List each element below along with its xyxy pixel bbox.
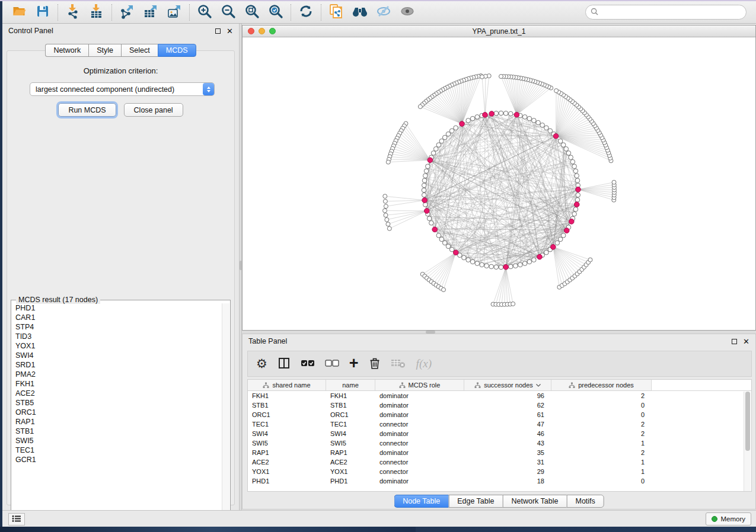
- create-column-button[interactable]: +: [349, 355, 359, 373]
- export-table-button[interactable]: [139, 2, 162, 23]
- mcds-node[interactable]: [553, 133, 559, 139]
- tab-motifs[interactable]: Motifs: [566, 495, 604, 508]
- table-row[interactable]: ORC1ORC1dominator610: [248, 410, 751, 419]
- mcds-result-item[interactable]: FKH1: [11, 379, 222, 389]
- zoom-in-button[interactable]: [193, 2, 216, 23]
- float-panel-icon[interactable]: [732, 339, 737, 344]
- show-columns-button[interactable]: [277, 355, 291, 373]
- search-binoculars-button[interactable]: [348, 2, 372, 23]
- table-scrollbar-thumb[interactable]: [745, 392, 750, 451]
- mcds-result-item[interactable]: SWI4: [11, 351, 222, 360]
- table-row[interactable]: TEC1TEC1connector472: [248, 419, 751, 429]
- mcds-node[interactable]: [422, 198, 428, 203]
- mcds-result-item[interactable]: TEC1: [11, 446, 222, 455]
- import-table-button[interactable]: [85, 2, 109, 23]
- select-all-columns-button[interactable]: [301, 355, 315, 373]
- hide-selected-button[interactable]: [372, 2, 395, 23]
- table-row[interactable]: SWI5SWI5connector431: [248, 438, 751, 448]
- mcds-result-item[interactable]: GCR1: [11, 455, 222, 464]
- mcds-result-item[interactable]: CAR1: [11, 313, 222, 322]
- duplicate-network-button[interactable]: [324, 2, 348, 23]
- mcds-result-item[interactable]: TID3: [11, 332, 222, 341]
- zoom-selected-button[interactable]: [264, 2, 288, 23]
- export-image-button[interactable]: [162, 2, 186, 23]
- mcds-node[interactable]: [551, 245, 556, 250]
- mcds-result-item[interactable]: SRD1: [11, 360, 222, 370]
- mcds-node[interactable]: [489, 111, 495, 117]
- column-header-successor-nodes[interactable]: successor nodes: [464, 380, 551, 390]
- mcds-result-item[interactable]: SWI5: [11, 436, 222, 446]
- tab-style[interactable]: Style: [88, 44, 121, 57]
- mcds-node[interactable]: [428, 158, 433, 163]
- table-scrollbar[interactable]: [744, 392, 751, 491]
- show-all-button[interactable]: [395, 2, 419, 23]
- mcds-node[interactable]: [432, 227, 438, 232]
- mcds-node[interactable]: [514, 112, 519, 117]
- close-window-icon[interactable]: [248, 28, 254, 34]
- tab-mcds[interactable]: MCDS: [158, 44, 196, 57]
- tab-node-table[interactable]: Node Table: [394, 495, 448, 508]
- tab-edge-table[interactable]: Edge Table: [448, 495, 502, 508]
- mcds-node[interactable]: [460, 121, 465, 127]
- delete-table-button[interactable]: [391, 355, 406, 373]
- save-session-button[interactable]: [31, 2, 55, 23]
- task-history-button[interactable]: [8, 513, 25, 525]
- maximize-window-icon[interactable]: [269, 28, 276, 34]
- tab-network[interactable]: Network: [45, 44, 88, 57]
- zoom-out-button[interactable]: [216, 2, 240, 23]
- mcds-node[interactable]: [424, 209, 429, 214]
- delete-column-button[interactable]: [369, 355, 381, 373]
- mcds-node[interactable]: [569, 219, 574, 225]
- memory-button[interactable]: Memory: [706, 512, 751, 525]
- mcds-result-item[interactable]: RAP1: [11, 417, 222, 427]
- tab-network-table[interactable]: Network Table: [503, 495, 567, 508]
- column-header-shared-name[interactable]: shared name: [248, 380, 326, 390]
- mcds-result-item[interactable]: YOX1: [11, 341, 222, 351]
- table-row[interactable]: STB1STB1dominator620: [248, 400, 751, 410]
- mcds-result-item[interactable]: STB1: [11, 427, 222, 436]
- mcds-node[interactable]: [537, 254, 543, 259]
- table-row[interactable]: PHD1PHD1dominator180: [248, 476, 751, 486]
- float-panel-icon[interactable]: [215, 28, 221, 34]
- duplicate-network-icon: [328, 4, 344, 21]
- tab-select[interactable]: Select: [121, 44, 158, 57]
- run-mcds-button[interactable]: Run MCDS: [58, 103, 116, 117]
- mcds-node[interactable]: [576, 187, 581, 193]
- refresh-button[interactable]: [294, 2, 318, 23]
- import-network-button[interactable]: [61, 2, 85, 23]
- mcds-result-item[interactable]: PMA2: [11, 370, 222, 379]
- column-header-MCDS-role[interactable]: MCDS role: [375, 380, 464, 390]
- export-network-button[interactable]: [115, 2, 139, 23]
- table-row[interactable]: YOX1YOX1connector291: [248, 467, 751, 476]
- search-input[interactable]: [602, 8, 741, 17]
- table-settings-button[interactable]: ⚙: [256, 355, 267, 373]
- mcds-node[interactable]: [453, 250, 458, 255]
- mcds-node[interactable]: [483, 113, 488, 118]
- zoom-fit-button[interactable]: [240, 2, 264, 23]
- close-panel-button[interactable]: Close panel: [124, 103, 183, 117]
- table-row[interactable]: FKH1FKH1dominator962: [248, 391, 751, 400]
- mcds-result-item[interactable]: STP4: [11, 322, 222, 332]
- network-canvas[interactable]: [243, 37, 755, 330]
- network-window-titlebar[interactable]: YPA_prune.txt_1: [243, 25, 755, 37]
- table-row[interactable]: SWI4SWI4dominator462: [248, 429, 751, 438]
- mcds-result-item[interactable]: PHD1: [11, 303, 222, 313]
- minimize-window-icon[interactable]: [259, 28, 265, 34]
- column-header-predecessor-nodes[interactable]: predecessor nodes: [551, 380, 652, 390]
- mcds-node[interactable]: [503, 264, 509, 270]
- mcds-list-scrollbar[interactable]: [222, 303, 229, 518]
- mcds-result-item[interactable]: ORC1: [11, 408, 222, 417]
- deselect-all-columns-button[interactable]: [325, 355, 339, 373]
- mcds-result-item[interactable]: STB5: [11, 398, 222, 408]
- optimization-select[interactable]: largest connected component (undirected): [30, 82, 215, 96]
- table-row[interactable]: ACE2ACE2connector311: [248, 457, 751, 467]
- mcds-node[interactable]: [564, 228, 569, 233]
- close-panel-icon[interactable]: ✕: [743, 338, 749, 345]
- close-panel-icon[interactable]: ✕: [227, 27, 233, 35]
- table-row[interactable]: RAP1RAP1dominator352: [248, 448, 751, 457]
- open-file-button[interactable]: [7, 2, 31, 23]
- mcds-result-item[interactable]: ACE2: [11, 389, 222, 398]
- mcds-node[interactable]: [574, 202, 579, 207]
- function-builder-button[interactable]: f(x): [416, 355, 432, 373]
- column-header-name[interactable]: name: [326, 380, 375, 390]
